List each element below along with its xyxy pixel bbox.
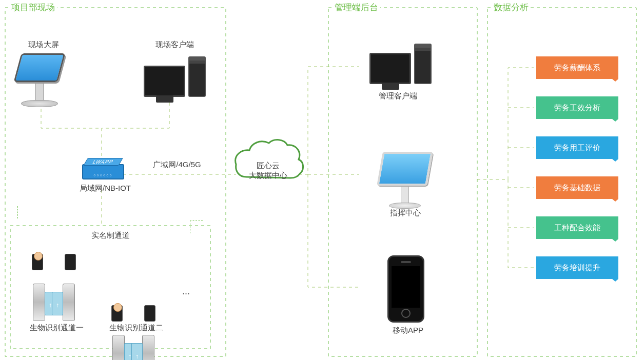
analysis-tag-0: 劳务薪酬体系 [536,56,618,79]
cloud-line2: 大数据中心 [249,171,287,179]
analysis-tag-1: 劳务工效分析 [536,96,618,119]
site-client-label: 现场客户端 [146,40,203,50]
gate-ellipsis: ··· [182,288,190,299]
big-screen-icon [17,53,62,107]
gate1-label: 生物识别通道一 [26,323,87,333]
cloud-label: 匠心云 大数据中心 [242,161,294,181]
bracket-decoration [190,221,203,233]
lan-label: 局域网/NB-IOT [69,184,141,193]
big-screen-label: 现场大屏 [18,40,69,50]
wan-label: 广域网/4G/5G [141,160,213,170]
analysis-tag-4: 工种配合效能 [536,216,618,239]
analysis-tag-2: 劳务用工评价 [536,136,618,159]
section-title-backend: 管理端后台 [333,2,380,13]
bracket-decoration [17,206,30,218]
mobile-app-icon [387,255,424,323]
mgmt-client-icon [369,44,432,84]
gate2-label: 生物识别通道二 [105,323,167,333]
mgmt-client-label: 管理客户端 [369,91,426,101]
gate1-icon: ↑ ↑ [31,269,77,321]
cloud-line1: 匠心云 [257,161,280,170]
analysis-tag-5: 劳务培训提升 [536,256,618,279]
command-center-label: 指挥中心 [380,208,431,218]
analysis-tag-3: 劳务基础数据 [536,176,618,199]
channel-header: 实名制通道 [80,231,141,241]
section-title-analysis: 数据分析 [492,2,531,13]
command-center-icon [380,152,430,209]
mobile-app-label: 移动APP [382,326,434,335]
router-icon: ○○○○○○ [82,164,124,179]
site-client-icon [144,56,206,97]
section-title-site: 项目部现场 [9,2,57,13]
